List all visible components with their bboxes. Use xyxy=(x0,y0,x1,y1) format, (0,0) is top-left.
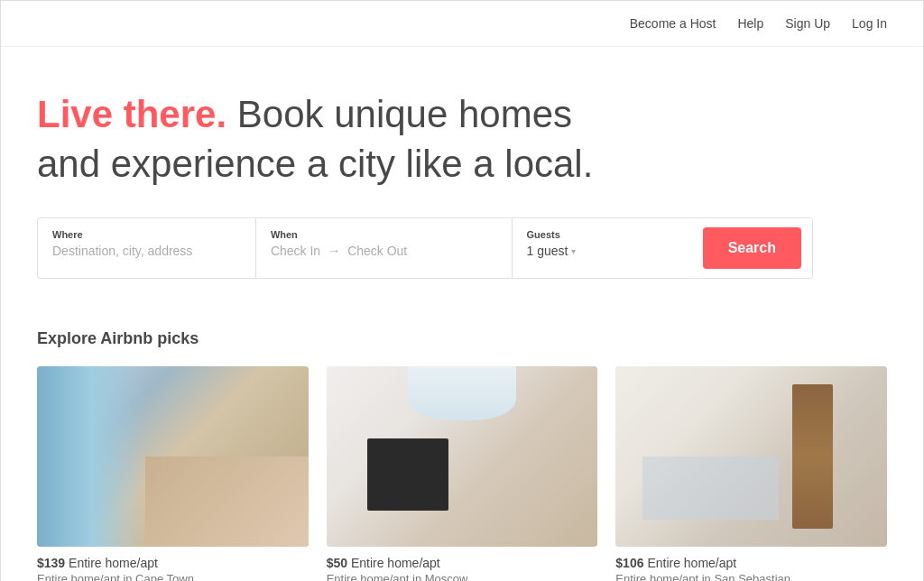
picks-grid: $139 Entire home/apt Entire home/apt in … xyxy=(37,366,887,581)
card-price-sansebastian: $106 Entire home/apt xyxy=(615,556,887,570)
arrow-icon: → xyxy=(328,244,340,258)
card-price-capetown: $139 Entire home/apt xyxy=(37,556,309,570)
sign-up-link[interactable]: Sign Up xyxy=(785,16,830,31)
main-nav: Become a Host Help Sign Up Log In xyxy=(630,16,887,31)
guests-select[interactable]: 1 guest ▾ xyxy=(527,244,678,258)
guests-label: Guests xyxy=(527,229,678,240)
where-field[interactable]: Where Destination, city, address xyxy=(38,218,256,278)
pick-card-moscow[interactable]: $50 Entire home/apt Entire home/apt in M… xyxy=(327,366,598,581)
where-label: Where xyxy=(52,229,241,240)
explore-section: Explore Airbnb picks $139 Entire home/ap… xyxy=(1,308,923,581)
search-button-wrap: Search xyxy=(692,218,812,278)
chevron-down-icon: ▾ xyxy=(571,246,576,256)
when-label: When xyxy=(271,229,497,240)
price-label-3: Entire home/apt xyxy=(647,556,736,570)
guests-field[interactable]: Guests 1 guest ▾ xyxy=(513,218,692,278)
room-photo-capetown xyxy=(37,366,309,547)
card-type-moscow: Entire home/apt in Moscow xyxy=(327,572,598,581)
price-label-2: Entire home/apt xyxy=(351,556,440,570)
room-photo-moscow xyxy=(327,366,598,547)
explore-title: Explore Airbnb picks xyxy=(37,329,887,348)
hero-headline: Live there. Book unique homes and experi… xyxy=(37,90,596,189)
where-input[interactable]: Destination, city, address xyxy=(52,244,241,258)
card-type-capetown: Entire home/apt in Cape Town xyxy=(37,572,309,581)
header: Become a Host Help Sign Up Log In xyxy=(1,1,923,47)
search-bar: Where Destination, city, address When Ch… xyxy=(37,217,813,279)
become-host-link[interactable]: Become a Host xyxy=(630,16,716,31)
price-label: Entire home/apt xyxy=(69,556,158,570)
pick-image-capetown xyxy=(37,366,309,547)
card-type-sansebastian: Entire home/apt in San Sebastian xyxy=(615,572,887,581)
checkin-input[interactable]: Check In xyxy=(271,244,320,258)
when-field[interactable]: When Check In → Check Out xyxy=(256,218,513,278)
checkout-input[interactable]: Check Out xyxy=(347,244,407,258)
guests-value: 1 guest xyxy=(527,244,568,258)
search-button[interactable]: Search xyxy=(703,227,801,269)
checkin-checkout: Check In → Check Out xyxy=(271,244,497,258)
pick-image-sansebastian xyxy=(615,366,887,547)
log-in-link[interactable]: Log In xyxy=(852,16,887,31)
card-price-moscow: $50 Entire home/apt xyxy=(327,556,598,570)
pick-image-moscow xyxy=(327,366,598,547)
hero-section: Live there. Book unique homes and experi… xyxy=(1,47,923,308)
hero-highlight: Live there. xyxy=(37,93,226,135)
pick-card-capetown[interactable]: $139 Entire home/apt Entire home/apt in … xyxy=(37,366,309,581)
room-photo-sansebastian xyxy=(615,366,887,547)
pick-card-sansebastian[interactable]: $106 Entire home/apt Entire home/apt in … xyxy=(615,366,887,581)
help-link[interactable]: Help xyxy=(737,16,763,31)
